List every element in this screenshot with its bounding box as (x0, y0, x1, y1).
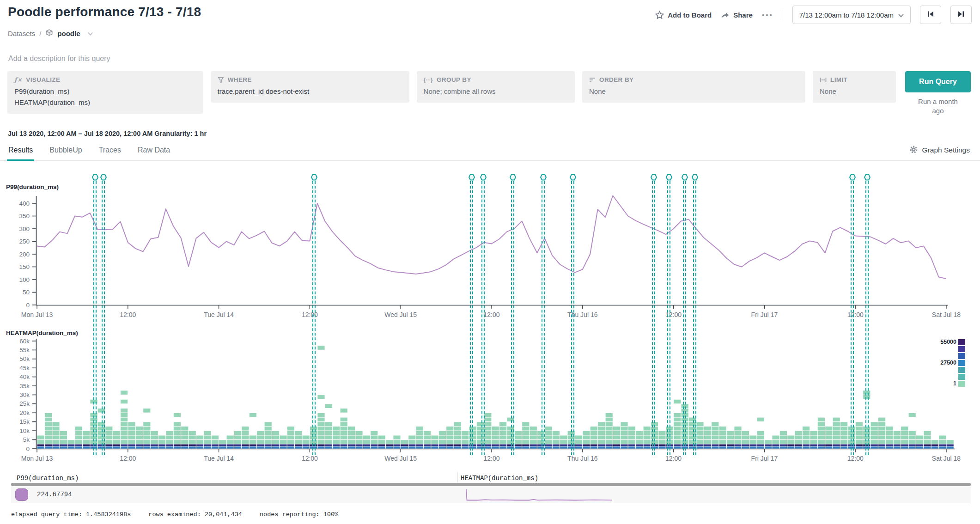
heatmap-outlier-cell (674, 400, 681, 404)
dataset-name[interactable]: poodle (57, 30, 80, 37)
x-tick-label: Fri Jul 17 (751, 311, 778, 318)
elapsed-time-stat: elapsed query time: 1.458324198s (11, 511, 131, 518)
p99-series-line (37, 196, 946, 279)
add-to-board-button[interactable]: Add to Board (655, 11, 712, 19)
heatmap-outlier-cell (507, 418, 514, 422)
group-by-panel[interactable]: {··} GROUP BY None; combine all rows (417, 71, 575, 103)
x-tick-label: 12:00 (483, 455, 499, 462)
trace-hexagon-icon (510, 174, 516, 181)
legend-color-swatch (958, 346, 965, 352)
heatmap-outlier-cell (174, 413, 181, 417)
time-range-dropdown[interactable]: 7/13 12:00am to 7/18 12:00am (792, 6, 911, 24)
query-builder: ƒ× VISUALIZE P99(duration_ms) HEATMAP(du… (7, 71, 973, 115)
order-by-panel[interactable]: ORDER BY None (582, 71, 805, 103)
graph-settings-button[interactable]: Graph Settings (909, 140, 970, 161)
x-tick-label: 12:00 (847, 311, 864, 318)
heatmap-outlier-cell (818, 418, 825, 422)
heatmap-sparkline (464, 487, 626, 503)
tab-bubbleup[interactable]: BubbleUp (49, 140, 82, 161)
breadcrumb-datasets[interactable]: Datasets (8, 30, 35, 37)
divider (783, 8, 783, 22)
run-query-button[interactable]: Run Query (905, 71, 971, 92)
heatmap-outlier-cell (909, 413, 916, 417)
heatmap-outlier-cell (121, 400, 128, 404)
skip-back-icon (927, 11, 934, 19)
x-tick-label: Tue Jul 14 (204, 455, 234, 462)
tab-results[interactable]: Results (8, 140, 33, 161)
visualize-clause: P99(duration_ms) (14, 86, 196, 97)
x-tick-label: 12:00 (120, 455, 136, 462)
y-tick-label: 0 (26, 445, 30, 452)
y-tick-label: 40k (19, 373, 30, 380)
duration-heatmap[interactable]: 05k10k15k20k25k30k35k40k45k50k55k60kMon … (0, 330, 980, 465)
heatmap-outlier-cell (757, 418, 764, 422)
tab-traces[interactable]: Traces (98, 140, 122, 161)
gear-icon (909, 145, 918, 156)
x-tick-label: 12:00 (665, 455, 682, 462)
heatmap-outlier-cell (341, 408, 347, 413)
heatmap-outlier-cell (484, 413, 491, 417)
skip-forward-icon (957, 11, 965, 19)
visualize-panel[interactable]: ƒ× VISUALIZE P99(duration_ms) HEATMAP(du… (7, 71, 203, 114)
y-tick-label: 50k (19, 355, 30, 362)
trace-hexagon-icon (469, 174, 475, 181)
series-color-swatch (15, 488, 28, 501)
visualize-clause: HEATMAP(duration_ms) (14, 97, 196, 108)
y-tick-label: 50 (23, 289, 30, 296)
x-tick-label: Wed Jul 15 (384, 455, 417, 462)
y-tick-label: 60k (19, 338, 30, 345)
x-tick-label: Sat Jul 18 (932, 311, 961, 318)
more-options-button[interactable]: ••• (762, 11, 773, 19)
query-stats-footer: elapsed query time: 1.458324198s rows ex… (11, 511, 352, 518)
x-tick-label: 12:00 (302, 455, 318, 462)
tabs-row: ResultsBubbleUpTracesRaw Data Graph Sett… (0, 140, 980, 161)
limit-panel[interactable]: LIMIT None (813, 71, 896, 103)
legend-color-swatch (958, 374, 965, 380)
heatmap-outlier-cell (682, 404, 688, 408)
trace-hexagon-icon (682, 174, 688, 181)
trace-hexagon-icon (864, 174, 870, 181)
legend-color-swatch (958, 360, 965, 366)
y-tick-label: 25k (19, 400, 30, 407)
order-by-icon (589, 77, 596, 83)
y-tick-label: 55k (19, 347, 30, 353)
x-tick-label: 12:00 (120, 311, 136, 318)
function-icon: ƒ× (14, 76, 22, 83)
p99-line-chart[interactable]: 050100150200250300350400Mon Jul 1312:00T… (0, 189, 980, 319)
heatmap-outlier-cell (98, 408, 105, 413)
heatmap-outlier-cell (143, 408, 150, 413)
time-range-summary: Jul 13 2020, 12:00 AM – Jul 18 2020, 12:… (8, 130, 207, 137)
where-panel[interactable]: WHERE trace.parent_id does-not-exist (211, 71, 409, 103)
x-tick-label: 12:00 (665, 311, 682, 318)
heatmap-legend: 55000275001 (937, 339, 965, 387)
table-row[interactable]: 224.67794 (11, 486, 971, 503)
query-description-input[interactable]: Add a description for this query (8, 55, 110, 63)
table-scrollbar[interactable] (11, 483, 971, 486)
trace-hexagon-icon (651, 174, 657, 181)
y-tick-label: 250 (19, 238, 30, 245)
chevron-down-icon[interactable] (87, 30, 93, 37)
x-tick-label: Tue Jul 14 (204, 311, 234, 318)
table-header-heatmap: HEATMAP(duration_ms) (461, 475, 538, 482)
skip-back-button[interactable] (920, 6, 941, 24)
skip-forward-button[interactable] (950, 6, 972, 24)
group-by-clause: None; combine all rows (424, 86, 568, 97)
share-button[interactable]: Share (721, 11, 753, 19)
x-tick-label: Mon Jul 13 (21, 311, 53, 318)
y-tick-label: 100 (19, 276, 30, 283)
star-icon (655, 11, 664, 19)
x-tick-label: 12:00 (847, 455, 864, 462)
run-ago-label: Run a month ago (913, 97, 963, 115)
y-tick-label: 35k (19, 383, 30, 390)
x-tick-label: Thu Jul 16 (567, 455, 598, 462)
x-tick-label: Wed Jul 15 (384, 311, 417, 318)
y-tick-label: 300 (19, 225, 30, 232)
legend-tick-label: 55000 (937, 339, 958, 345)
tab-raw-data[interactable]: Raw Data (137, 140, 170, 161)
legend-color-swatch (958, 367, 965, 373)
p99-value-cell: 224.67794 (37, 491, 72, 498)
trace-hexagon-icon (692, 174, 698, 181)
y-tick-label: 10k (19, 427, 30, 434)
heatmap-outlier-cell (317, 395, 324, 399)
legend-color-swatch (958, 353, 965, 359)
